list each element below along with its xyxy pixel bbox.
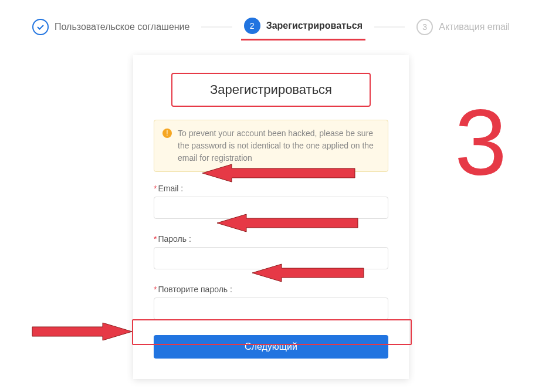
step-number-icon: 3 <box>416 19 433 35</box>
warning-text: To prevent your account been hacked, ple… <box>178 127 380 164</box>
step-number-icon: 2 <box>244 18 260 34</box>
check-icon <box>32 19 49 35</box>
email-input[interactable] <box>154 197 388 219</box>
step-label: Пользовательское соглашение <box>55 22 189 32</box>
step-agreement: Пользовательское соглашение <box>29 19 192 40</box>
warning-box: ! To prevent your account been hacked, p… <box>154 120 388 172</box>
step-activation: 3 Активация email <box>414 19 513 40</box>
step-label: Зарегистрироваться <box>266 21 363 31</box>
password-label-text: Пароль : <box>158 234 191 244</box>
step-divider <box>374 26 405 28</box>
step-register: 2 Зарегистрироваться <box>241 18 365 40</box>
password-label: *Пароль : <box>154 234 388 244</box>
email-label: *Email : <box>154 184 388 193</box>
form-title-box: Зарегистрироваться <box>171 73 371 107</box>
step-label: Активация email <box>439 22 510 32</box>
next-button[interactable]: Следующий <box>154 335 388 359</box>
registration-form: Зарегистрироваться ! To prevent your acc… <box>133 55 409 379</box>
password-field-group: *Пароль : <box>154 234 388 269</box>
step-divider <box>201 26 232 28</box>
confirm-field-group: *Повторите пароль : <box>154 285 388 320</box>
annotation-arrow-icon <box>29 320 132 343</box>
svg-marker-3 <box>32 323 132 340</box>
form-title: Зарегистрироваться <box>190 82 352 97</box>
annotation-step-number: 3 <box>455 88 507 196</box>
warning-icon: ! <box>162 129 172 138</box>
confirm-label-text: Повторите пароль : <box>158 285 232 294</box>
confirm-label: *Повторите пароль : <box>154 285 388 294</box>
stepper: Пользовательское соглашение 2 Зарегистри… <box>0 0 542 52</box>
email-label-text: Email : <box>158 184 183 193</box>
confirm-password-input[interactable] <box>154 298 388 320</box>
email-field-group: *Email : <box>154 184 388 219</box>
password-input[interactable] <box>154 247 388 269</box>
